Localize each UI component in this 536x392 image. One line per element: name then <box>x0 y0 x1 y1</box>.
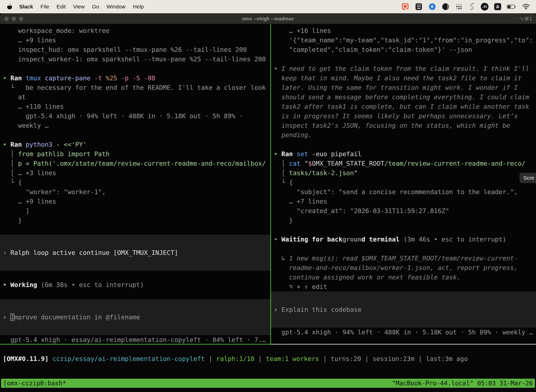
menu-app-name[interactable]: Slack <box>19 4 33 10</box>
window-titlebar[interactable]: omx --xhigh --madmax ⌥⌘1 <box>0 14 536 24</box>
menu-edit[interactable]: Edit <box>57 4 66 10</box>
input-source-icon[interactable]: A <box>494 3 501 10</box>
text-cursor: I <box>10 313 14 321</box>
terminal-line: "completed","claim_token":"claim-token"}… <box>271 45 536 54</box>
terminal-line <box>0 225 270 235</box>
terminal-text-segment: later. Using the same for transition mig… <box>274 84 518 91</box>
prompt-input[interactable]: › Improve documentation in @filename <box>0 313 270 322</box>
close-button[interactable] <box>4 17 9 21</box>
terminal-text-segment: should send a message before completing … <box>274 93 529 101</box>
terminal-line <box>0 235 270 248</box>
battery-icon[interactable] <box>507 5 516 9</box>
terminal-text-segment: mprove documentation in @filename <box>14 313 140 321</box>
terminal-line: │ p = Path('.omx/state/team/review-curre… <box>0 159 270 168</box>
terminal-text-segment: … +3 lines <box>18 169 56 177</box>
terminal-line: … +7 lines <box>271 197 536 206</box>
terminal-text-segment: keep that in mind. Maybe I also need the… <box>274 75 522 82</box>
menu-window[interactable]: Window <box>107 4 125 10</box>
zoom-button[interactable] <box>19 17 23 21</box>
terminal-text-segment: • <box>3 75 10 82</box>
screen-share-button[interactable]: Scre <box>519 173 536 183</box>
screen-recording-icon[interactable] <box>401 3 409 10</box>
terminal-line: "created_at": "2026-03-31T11:59:27.816Z" <box>271 206 536 216</box>
terminal-line: … +110 lines <box>0 102 270 111</box>
terminal-text-segment: • <box>3 141 10 148</box>
terminal-text-segment: gpt-5.4 xhigh · 94% left · 488K in · 5.1… <box>274 329 533 336</box>
tmux-host-clock: "MacBook-Pro-44.local" 05:03 31-Mar-26 <box>392 380 533 387</box>
terminal-line: inspect_worker-1: omx sparkshell --tmux-… <box>0 54 270 64</box>
terminal-text-segment: python3 <box>22 141 52 148</box>
app-grid-icon[interactable] <box>455 3 463 10</box>
terminal-text-segment: gpt-5.4 xhigh · essay/ai-reimplementatio… <box>3 336 266 343</box>
pie-menu-icon[interactable] <box>442 3 450 10</box>
terminal-text-segment: } <box>274 217 293 224</box>
terminal-text-segment: groun <box>342 236 361 243</box>
terminal-line <box>0 271 270 280</box>
terminal-text-segment: "subject": "send a concise recommendatio… <box>274 188 518 196</box>
omx-status-line: [OMX#0.11.9] cczip/essay/ai-reimplementa… <box>0 345 536 364</box>
squiggle-status-icon[interactable] <box>469 3 475 11</box>
terminal-line: │ tasks/task-2.json" <box>271 168 536 178</box>
terminal-line <box>271 140 536 149</box>
terminal-line <box>0 130 270 140</box>
terminal-text-segment: pending. <box>274 131 312 139</box>
apple-menu-icon[interactable] <box>7 4 12 10</box>
terminal-line <box>271 244 536 254</box>
keyboard-icon[interactable] <box>415 3 423 10</box>
terminal-text-segment: "created_at": "2026-03-31T11:59:27.816Z" <box>274 207 449 215</box>
terminal-line: • Ran tmux capture-pane -t %25 -p -S -80 <box>0 73 270 83</box>
terminal-line: │ … +3 lines <box>0 168 270 178</box>
terminal-text-segment: › <box>3 313 10 321</box>
terminal-line: is in progress? It seems likely but perh… <box>271 111 536 121</box>
tmux-session-label: [omx-cczip0:bash* <box>3 380 66 387</box>
terminal-line: workspace_mode: worktree <box>0 26 270 36</box>
terminal-text-segment: (6m 38s • esc to interrupt) <box>37 281 144 288</box>
terminal-line: ] <box>0 206 270 216</box>
terminal-text-segment: … +7 lines <box>274 198 327 205</box>
window-shortcut-hint: ⌥⌘1 <box>519 16 532 22</box>
terminal-pane-right[interactable]: … +16 lines '{"team_name":"my-team","tas… <box>271 24 536 345</box>
terminal-line: • Ran python3 - <<'PY' <box>0 140 270 149</box>
minimize-button[interactable] <box>12 17 16 21</box>
terminal-text-segment: from pathlib import Path <box>18 150 110 158</box>
terminal-text-segment: │ <box>3 160 18 167</box>
terminal-text-segment: } <box>3 217 22 224</box>
terminal-line: '{"team_name":"my-team","task_id":"1","f… <box>271 36 536 45</box>
terminal-text-segment: turns:20 <box>330 355 361 362</box>
terminal-text-segment: at <box>3 93 26 101</box>
terminal-pane-left[interactable]: workspace_mode: worktree … +9 lines insp… <box>0 24 271 345</box>
terminal-text-segment: | <box>254 355 266 362</box>
terminal-text-segment: [OMX#0.11.9] <box>3 355 48 362</box>
terminal-text-segment: Waiting for back <box>281 236 342 243</box>
menu-file[interactable]: File <box>40 4 49 10</box>
menu-help[interactable]: Help <box>133 4 144 10</box>
terminal-text-segment: tmux <box>22 75 41 82</box>
terminal-text-segment: $ <box>308 160 312 167</box>
prompt-input[interactable]: › Explain this codebase <box>271 305 536 314</box>
terminal-line: • I need to get the claim token from the… <box>271 64 536 73</box>
terminal-text-segment: " <box>301 160 308 167</box>
terminal-text-segment: workspace_mode: worktree <box>3 27 110 34</box>
terminal-line: keep that in mind. Maybe I also need the… <box>271 73 536 83</box>
terminal-text-segment: inspect task2's JSON, focusing on the st… <box>274 122 510 129</box>
terminal-text-segment: • <box>274 65 281 72</box>
lightning-badge-icon[interactable] <box>428 3 436 10</box>
terminal-line: readme-and-reco/mailbox/worker-1.json, a… <box>271 263 536 273</box>
usage-badge-icon[interactable]: ..61 <box>481 3 488 10</box>
terminal-text-segment: … +9 lines <box>3 37 56 44</box>
menu-view[interactable]: View <box>73 4 85 10</box>
terminal-text-segment: inspect_worker-1: omx sparkshell --tmux-… <box>3 56 266 63</box>
terminal-text-segment: │ <box>274 160 289 167</box>
terminal-text-segment: … +110 lines <box>3 103 64 110</box>
terminal-text-segment: d terminal <box>362 236 400 243</box>
terminal-text-segment: › <box>3 249 10 256</box>
wifi-icon[interactable] <box>522 4 530 10</box>
terminal-text-segment: | <box>415 355 426 362</box>
terminal-text-segment: "worker": "worker-1", <box>3 188 106 196</box>
terminal-text-segment: " <box>354 169 358 177</box>
terminal-line: ⌥ + ↑ edit <box>271 282 536 292</box>
terminal-text-segment: I need to get the claim token from the c… <box>281 65 529 72</box>
terminal-text-segment: task2 after task1 is complete, but can I… <box>274 103 529 110</box>
menu-go[interactable]: Go <box>92 4 99 10</box>
terminal-text-segment: | <box>319 355 330 362</box>
